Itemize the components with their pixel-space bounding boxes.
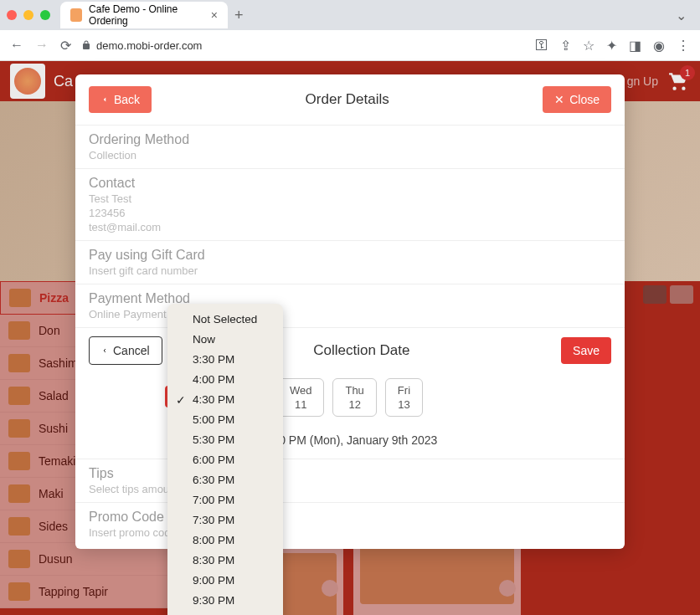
close-icon: ✕ xyxy=(554,93,564,106)
favicon-icon xyxy=(70,8,82,22)
section-title: Pay using Gift Card xyxy=(89,248,611,263)
bookmark-icon[interactable]: ☆ xyxy=(583,38,594,54)
time-option[interactable]: 3:30 PM xyxy=(167,349,283,369)
close-button[interactable]: ✕ Close xyxy=(543,86,611,113)
time-option[interactable]: 5:30 PM xyxy=(167,429,283,449)
back-icon[interactable]: ← xyxy=(10,38,23,54)
cancel-button[interactable]: Cancel xyxy=(89,336,162,365)
section-title: Contact xyxy=(89,176,611,191)
forward-icon: → xyxy=(35,38,49,54)
contact-phone: 123456 xyxy=(89,207,611,219)
extensions-icon[interactable]: ✦ xyxy=(606,38,617,54)
tab-title: Cafe Demo - Online Ordering xyxy=(89,3,204,27)
modal-header: Back Order Details ✕ Close xyxy=(75,74,625,125)
tips-section[interactable]: Tips Select tips amount xyxy=(75,459,625,502)
chevron-down-icon[interactable]: ⌄ xyxy=(676,8,687,23)
time-option[interactable]: 10:00 PM xyxy=(167,610,283,615)
time-option[interactable]: 6:30 PM xyxy=(167,469,283,489)
browser-tab[interactable]: Cafe Demo - Online Ordering × xyxy=(60,2,228,28)
payment-method-section[interactable]: Payment Method Online Payment (Stripe) xyxy=(75,284,625,327)
date-selector: Wed11 Thu12 Fri13 xyxy=(75,373,625,422)
collection-date-row: Cancel Collection Date Save xyxy=(75,327,625,373)
ordering-method-section[interactable]: Ordering Method Collection xyxy=(75,125,625,168)
section-value: Insert gift card number xyxy=(89,264,611,277)
window-controls[interactable] xyxy=(7,10,50,20)
address-bar: ← → ⟳ demo.mobi-order.com ⚿ ⇪ ☆ ✦ ◨ ◉ ⋮ xyxy=(0,30,700,60)
time-option[interactable]: 8:00 PM xyxy=(167,530,283,550)
time-dropdown[interactable]: Not SelectedNow3:30 PM4:00 PM4:30 PM5:00… xyxy=(167,304,283,615)
section-title: Ordering Method xyxy=(89,132,611,147)
maximize-window-icon[interactable] xyxy=(40,10,50,20)
url-field[interactable]: demo.mobi-order.com xyxy=(81,39,525,52)
profile-icon[interactable]: ◉ xyxy=(653,38,665,54)
date-pill[interactable]: Wed11 xyxy=(277,378,325,417)
selected-time-text: 4:30 PM (Mon), January 9th 2023 xyxy=(263,433,438,447)
date-pill[interactable]: Thu12 xyxy=(332,378,376,417)
date-pill[interactable]: Fri13 xyxy=(385,378,423,417)
time-option[interactable]: Not Selected xyxy=(167,309,283,329)
app-background: Ca gn Up 1 Pizza Don Sashimi Salad Sushi… xyxy=(0,61,700,615)
modal-body: Ordering Method Collection Contact Test … xyxy=(75,125,625,549)
contact-email: test@mail.com xyxy=(89,221,611,233)
minimize-window-icon[interactable] xyxy=(23,10,33,20)
section-title: Payment Method xyxy=(89,291,611,306)
browser-chrome: Cafe Demo - Online Ordering × + ⌄ ← → ⟳ … xyxy=(0,0,700,61)
order-details-modal: Back Order Details ✕ Close Ordering Meth… xyxy=(75,74,625,549)
url-text: demo.mobi-order.com xyxy=(96,39,202,52)
menu-icon[interactable]: ⋮ xyxy=(677,38,690,54)
time-option[interactable]: Now xyxy=(167,329,283,349)
panel-icon[interactable]: ◨ xyxy=(629,38,641,54)
reload-icon[interactable]: ⟳ xyxy=(60,38,71,54)
time-option[interactable]: 7:30 PM xyxy=(167,510,283,530)
gift-card-section[interactable]: Pay using Gift Card Insert gift card num… xyxy=(75,240,625,284)
time-option[interactable]: 8:30 PM xyxy=(167,550,283,570)
tab-bar: Cafe Demo - Online Ordering × + ⌄ xyxy=(0,0,700,30)
time-option[interactable]: 9:30 PM xyxy=(167,590,283,610)
time-option[interactable]: 9:00 PM xyxy=(167,570,283,590)
time-option[interactable]: 6:00 PM xyxy=(167,449,283,469)
time-option[interactable]: 5:00 PM xyxy=(167,409,283,429)
close-tab-icon[interactable]: × xyxy=(211,8,218,22)
section-value: Collection xyxy=(89,149,611,161)
time-option[interactable]: 7:00 PM xyxy=(167,489,283,510)
share-icon[interactable]: ⇪ xyxy=(560,38,571,54)
contact-section[interactable]: Contact Test Test 123456 test@mail.com xyxy=(75,168,625,240)
promo-section[interactable]: Promo Code Insert promo code xyxy=(75,502,625,546)
time-option[interactable]: 4:00 PM xyxy=(167,369,283,389)
back-button[interactable]: Back xyxy=(89,86,152,113)
new-tab-button[interactable]: + xyxy=(234,7,244,24)
key-icon[interactable]: ⚿ xyxy=(535,38,548,53)
modal-title: Order Details xyxy=(152,91,543,108)
close-window-icon[interactable] xyxy=(7,10,17,20)
lock-icon xyxy=(81,40,91,50)
selected-time-row: 4:30 PM (Mon), January 9th 2023 xyxy=(75,422,625,459)
save-button[interactable]: Save xyxy=(561,337,611,364)
contact-name: Test Test xyxy=(89,192,611,205)
time-option[interactable]: 4:30 PM xyxy=(167,389,283,409)
